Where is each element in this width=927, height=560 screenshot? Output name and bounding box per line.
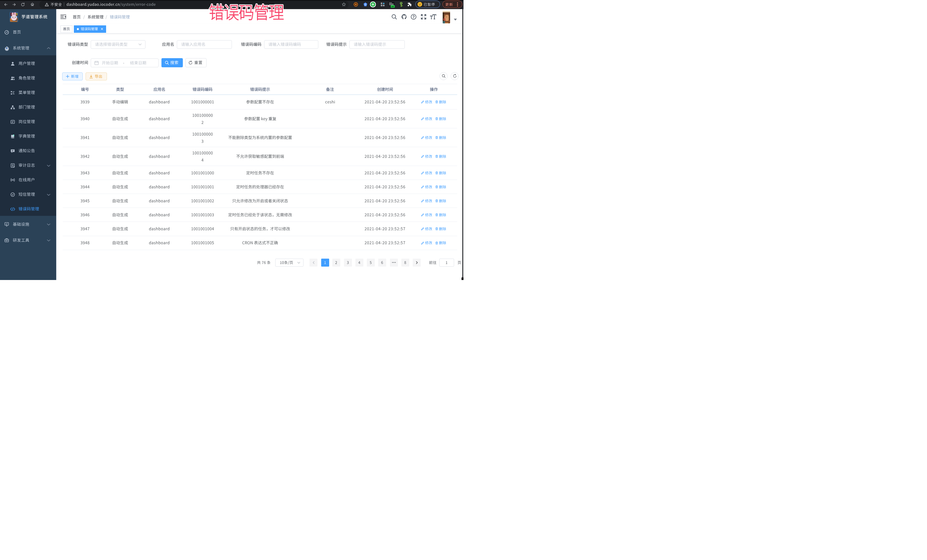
svg-text:on: on — [392, 5, 394, 8]
